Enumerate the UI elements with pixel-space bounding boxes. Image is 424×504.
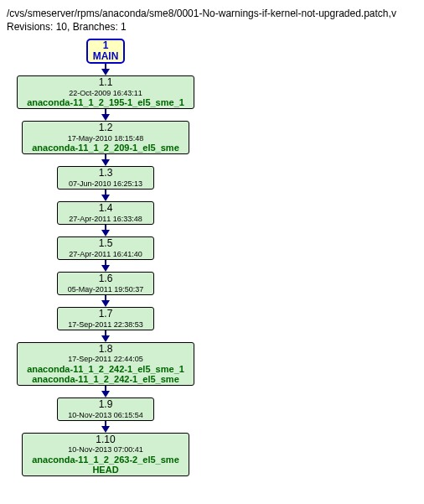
revision-date: 07-Jun-2010 16:25:13	[69, 179, 142, 188]
revision-date: 27-Apr-2011 16:33:48	[69, 215, 142, 223]
revision-number: 1.1	[99, 77, 113, 89]
arrow	[101, 260, 110, 272]
arrow	[101, 330, 110, 342]
revision-node: 1.10 10-Nov-2013 07:00:41 anaconda-11_1_…	[22, 433, 189, 476]
revision-node: 1.9 10-Nov-2013 06:15:54	[57, 397, 154, 421]
revision-date: 10-Nov-2013 07:00:41	[68, 445, 143, 454]
arrow	[101, 154, 110, 166]
revision-date: 27-Apr-2011 16:41:40	[69, 250, 142, 258]
revision-number: 1.7	[99, 309, 113, 320]
revision-date: 10-Nov-2013 06:15:54	[68, 411, 143, 419]
revision-tag: anaconda-11_1_2_195-1_el5_sme_1	[27, 97, 184, 108]
revision-tag: HEAD	[92, 465, 118, 475]
revision-date: 17-Sep-2011 22:38:53	[68, 320, 143, 329]
revision-tag: anaconda-11_1_2_263-2_el5_sme	[32, 455, 179, 465]
revision-number: 1.2	[99, 122, 113, 134]
revision-node: 1.3 07-Jun-2010 16:25:13	[57, 166, 154, 190]
arrow	[101, 386, 110, 397]
revision-node: 1.1 22-Oct-2009 16:43:11 anaconda-11_1_2…	[17, 75, 194, 109]
revision-date: 17-Sep-2011 22:44:05	[68, 355, 143, 363]
arrow	[101, 225, 110, 236]
revision-graph: 1 MAIN 1.1 22-Oct-2009 16:43:11 anaconda…	[7, 39, 417, 504]
revision-number: 1.9	[99, 399, 113, 411]
revision-number: 1.4	[99, 203, 113, 215]
repo-path: /cvs/smeserver/rpms/anaconda/sme8/0001-N…	[7, 8, 396, 19]
revision-number: 1.10	[96, 434, 115, 446]
revision-number: 1.8	[99, 344, 113, 356]
revision-number: 1.6	[99, 273, 113, 285]
repo-stats: Revisions: 10, Branches: 1	[7, 21, 127, 33]
revision-node: 1.5 27-Apr-2011 16:41:40	[57, 236, 154, 260]
arrow	[101, 190, 110, 201]
revision-number: 1.3	[99, 168, 113, 179]
arrow	[101, 295, 110, 307]
revision-node: 1.8 17-Sep-2011 22:44:05 anaconda-11_1_2…	[17, 342, 194, 386]
revision-node: 1.2 17-May-2010 18:15:48 anaconda-11_1_2…	[22, 121, 189, 154]
revision-node: 1.6 05-May-2011 19:50:37	[57, 272, 154, 295]
revision-date: 05-May-2011 19:50:37	[68, 285, 144, 294]
revision-tag: anaconda-11_1_2_242-1_el5_sme_1	[27, 364, 184, 375]
revision-tag: anaconda-11_1_2_242-1_el5_sme	[32, 374, 179, 385]
revision-number: 1.5	[99, 238, 113, 250]
branch-name: MAIN	[93, 51, 119, 63]
arrow	[101, 421, 110, 433]
branch-node-main: 1 MAIN	[86, 39, 125, 64]
revision-date: 22-Oct-2009 16:43:11	[69, 89, 142, 97]
revision-node: 1.7 17-Sep-2011 22:38:53	[57, 307, 154, 330]
revision-tag: anaconda-11_1_2_209-1_el5_sme	[32, 143, 179, 153]
header: /cvs/smeserver/rpms/anaconda/sme8/0001-N…	[7, 7, 417, 34]
revision-date: 17-May-2010 18:15:48	[68, 134, 144, 143]
branch-number: 1	[103, 40, 109, 52]
revision-node: 1.4 27-Apr-2011 16:33:48	[57, 201, 154, 225]
arrow	[101, 64, 110, 75]
arrow	[101, 109, 110, 121]
